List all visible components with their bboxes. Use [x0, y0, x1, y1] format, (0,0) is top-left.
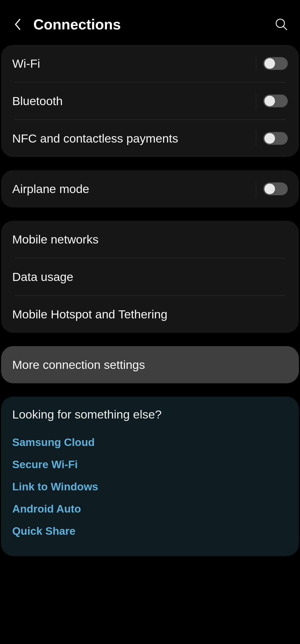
settings-group-4: More connection settings: [1, 346, 299, 383]
wifi-label: Wi-Fi: [12, 57, 256, 70]
bluetooth-row[interactable]: Bluetooth: [1, 82, 299, 120]
link-quick-share[interactable]: Quick Share: [12, 520, 288, 542]
toggle-knob: [264, 133, 275, 144]
data-usage-label: Data usage: [12, 270, 288, 284]
search-button[interactable]: [274, 17, 289, 32]
settings-group-2: Airplane mode: [1, 170, 299, 207]
hotspot-row[interactable]: Mobile Hotspot and Tethering: [1, 296, 299, 333]
svg-line-1: [283, 26, 287, 30]
airplane-label: Airplane mode: [12, 182, 256, 196]
airplane-row[interactable]: Airplane mode: [1, 170, 299, 207]
link-android-auto[interactable]: Android Auto: [12, 498, 288, 520]
airplane-toggle-wrap: [256, 181, 288, 196]
nfc-toggle[interactable]: [263, 132, 288, 145]
page-title: Connections: [33, 16, 266, 33]
toggle-divider: [256, 181, 256, 196]
bluetooth-toggle[interactable]: [263, 95, 288, 107]
toggle-divider: [256, 131, 256, 146]
looking-for-card: Looking for something else? Samsung Clou…: [1, 397, 299, 556]
data-usage-row[interactable]: Data usage: [1, 258, 299, 295]
hotspot-label: Mobile Hotspot and Tethering: [12, 308, 288, 321]
link-secure-wifi[interactable]: Secure Wi-Fi: [12, 453, 288, 476]
settings-group-3: Mobile networks Data usage Mobile Hotspo…: [1, 221, 299, 333]
link-link-to-windows[interactable]: Link to Windows: [12, 476, 288, 498]
toggle-divider: [256, 56, 256, 71]
bluetooth-label: Bluetooth: [12, 94, 256, 108]
svg-point-0: [276, 19, 284, 27]
toggle-knob: [264, 58, 275, 69]
wifi-toggle[interactable]: [263, 57, 288, 70]
wifi-toggle-wrap: [256, 56, 288, 71]
settings-group-1: Wi-Fi Bluetooth NFC and contactless paym…: [1, 45, 299, 157]
toggle-knob: [264, 96, 275, 106]
nfc-toggle-wrap: [256, 131, 288, 146]
bluetooth-toggle-wrap: [256, 93, 288, 108]
mobile-networks-label: Mobile networks: [12, 233, 288, 246]
more-settings-label: More connection settings: [12, 358, 288, 372]
nfc-label: NFC and contactless payments: [12, 132, 256, 145]
back-button[interactable]: [11, 17, 25, 31]
chevron-left-icon: [14, 17, 22, 31]
nfc-row[interactable]: NFC and contactless payments: [1, 120, 299, 157]
header: Connections: [0, 0, 300, 45]
link-samsung-cloud[interactable]: Samsung Cloud: [12, 431, 288, 453]
looking-title: Looking for something else?: [12, 408, 288, 421]
search-icon: [275, 18, 288, 31]
wifi-row[interactable]: Wi-Fi: [1, 45, 299, 82]
toggle-divider: [256, 93, 256, 108]
more-settings-row[interactable]: More connection settings: [1, 346, 299, 383]
toggle-knob: [264, 184, 275, 194]
airplane-toggle[interactable]: [263, 182, 288, 195]
mobile-networks-row[interactable]: Mobile networks: [1, 221, 299, 258]
